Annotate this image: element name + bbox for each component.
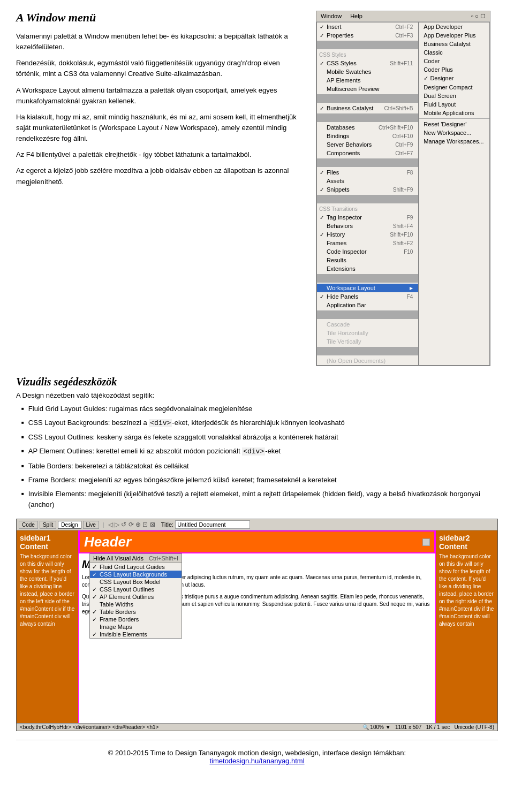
dw-dd-item-1[interactable]: ✓ Fluid Grid Layout Guides: [90, 563, 182, 571]
submenu-item-classic[interactable]: Classic: [419, 48, 489, 57]
dw-dd-item-9[interactable]: Image Maps: [90, 623, 182, 631]
menu-item-results[interactable]: Results: [317, 256, 418, 264]
menu-item-databases[interactable]: Databases Ctrl+Shift+F10: [317, 123, 418, 132]
dw-header-text: Header: [84, 534, 131, 550]
footer-link[interactable]: timetodesign.hu/tananyag.html: [209, 757, 304, 765]
menu-item-behaviors[interactable]: Behaviors Shift+F4: [317, 222, 418, 230]
menu-item-tile-vert[interactable]: Tile Vertically: [317, 337, 418, 346]
menu-item-hide-panels[interactable]: Hide Panels F4: [317, 292, 418, 301]
menu-item-properties[interactable]: Properties Ctrl+F3: [317, 31, 418, 40]
submenu-item-coder-plus[interactable]: Coder Plus: [419, 65, 489, 74]
menu-item-hide-panels-sc: F4: [407, 294, 413, 300]
submenu-item-dual-screen[interactable]: Dual Screen: [419, 92, 489, 100]
dw-dd-item-2-label: CSS Layout Backgrounds: [100, 571, 167, 578]
menu-item-server-sc: Ctrl+F9: [395, 142, 413, 148]
submenu-item-reset[interactable]: Reset 'Designer': [419, 120, 489, 128]
menu-item-insert[interactable]: Insert Ctrl+F2: [317, 22, 418, 31]
bullet-item-3: CSS Layout Outlines: keskeny sárga és fe…: [16, 432, 498, 443]
dw-center-area: Header Hide All Visual Aids Ctrl+Shift+I: [78, 530, 436, 723]
menu-help-label: Help: [347, 12, 365, 21]
menu-item-ap-elements[interactable]: AP Elements: [317, 76, 418, 85]
menu-item-app-bar-label: Application Bar: [327, 302, 366, 308]
menu-item-bindings-label: Bindings: [327, 133, 349, 139]
submenu-item-new-workspace[interactable]: New Workspace...: [419, 128, 489, 137]
submenu-item-app-developer[interactable]: App Developer: [419, 22, 489, 31]
menu-item-multiscreen[interactable]: Multiscreen Preview: [317, 85, 418, 93]
dw-dd-item-6[interactable]: Table Widths: [90, 601, 182, 608]
menu-item-mobile-swatches[interactable]: Mobile Swatches: [317, 67, 418, 76]
submenu-item-app-developer-plus[interactable]: App Developer Plus: [419, 31, 489, 40]
menu-item-extensions[interactable]: Extensions: [317, 264, 418, 273]
submenu-sep-1: [419, 118, 489, 119]
dw-dd-item-4[interactable]: ✓ CSS Layout Outlines: [90, 586, 182, 593]
menu-item-ap-elements-label: AP Elements: [327, 77, 360, 84]
menu-item-assets[interactable]: Assets: [317, 177, 418, 185]
code-div-2: <div>: [242, 447, 265, 456]
footer-copyright: © 2010-2015 Time to Design Tananyagok mo…: [108, 749, 406, 757]
bullet-text-7: Invisible Elements: megjeleníti (kijelöl…: [28, 489, 498, 510]
dw-statusbar: <body.thrColHybHdr> <div#container> <div…: [17, 723, 497, 731]
menu-item-history-sc: Shift+F10: [390, 232, 413, 238]
menu-item-history[interactable]: History Shift+F10: [317, 230, 418, 239]
menu-window-label: Window: [318, 12, 344, 21]
paragraph-4: Ha kialakult, hogy mi az, amit mindig ha…: [16, 112, 305, 144]
dw-title-input[interactable]: [175, 520, 250, 529]
dw-split-btn[interactable]: Split: [40, 521, 56, 529]
submenu-item-mobile-apps[interactable]: Mobile Applications: [419, 109, 489, 117]
submenu-item-coder[interactable]: Coder: [419, 57, 489, 65]
menu-item-no-open-docs-label: (No Open Documents): [327, 358, 386, 364]
menu-item-snippets[interactable]: Snippets Shift+F9: [317, 185, 418, 194]
menu-item-tag-sc: F9: [407, 215, 413, 221]
dw-dd-item-7[interactable]: ✓ Table Borders: [90, 608, 182, 616]
menu-sep-6: [317, 274, 418, 283]
paragraph-5: Az F4 billentyűvel a paletták elrejthető…: [16, 149, 305, 160]
submenu-item-designer[interactable]: ✓ Designer: [419, 74, 489, 83]
menu-sep-4: [317, 158, 418, 167]
dw-dd-item-8[interactable]: ✓ Frame Borders: [90, 616, 182, 623]
bullet-text-6: Frame Borders: megjeleníti az egyes böng…: [28, 475, 337, 485]
menu-sep-5: [317, 195, 418, 203]
menu-sep-3: [317, 113, 418, 122]
dw-sidebar1-title: sidebar1 Content: [20, 534, 75, 551]
menu-item-app-bar[interactable]: Application Bar: [317, 301, 418, 309]
dreamweaver-screenshot: Code Split Design Live | ◁ ▷ ↺ ⟳ ⊕ ⊡ ⊠ T…: [16, 519, 498, 731]
bullet-item-5: Table Borders: bekeretezi a táblázatokat…: [16, 461, 498, 472]
menu-item-tile-horiz[interactable]: Tile Horizontally: [317, 329, 418, 337]
menu-item-bindings-sc: Ctrl+F10: [392, 133, 413, 139]
dw-dd-item-2[interactable]: ✓ CSS Layout Backgrounds: [90, 571, 182, 578]
top-section: A Window menü Valamennyi palettát a Wind…: [16, 11, 498, 366]
menu-item-files[interactable]: Files F8: [317, 168, 418, 177]
dw-dd-item-3[interactable]: CSS Layout Box Model: [90, 578, 182, 586]
menu-item-workspace-layout[interactable]: Workspace Layout: [317, 284, 418, 292]
menu-item-behaviors-sc: Shift+F4: [393, 223, 413, 229]
dw-dd-item-10[interactable]: ✓ Invisible Elements: [90, 631, 182, 638]
menu-item-results-label: Results: [327, 257, 346, 263]
menu-item-tag-inspector[interactable]: Tag Inspector F9: [317, 213, 418, 222]
bullet-item-6: Frame Borders: megjeleníti az egyes böng…: [16, 475, 498, 485]
menu-item-bindings[interactable]: Bindings Ctrl+F10: [317, 132, 418, 140]
menu-item-components[interactable]: Components Ctrl+F7: [317, 149, 418, 157]
bullet-item-7: Invisible Elements: megjeleníti (kijelöl…: [16, 489, 498, 510]
menu-item-frames[interactable]: Frames Shift+F2: [317, 239, 418, 247]
menu-item-server-behaviors[interactable]: Server Behaviors Ctrl+F9: [317, 140, 418, 149]
menu-item-code-inspector[interactable]: Code Inspector F10: [317, 247, 418, 256]
menu-item-cascade[interactable]: Cascade: [317, 320, 418, 329]
dw-content-with-dropdown: Hide All Visual Aids Ctrl+Shift+I ✓ Flui…: [79, 553, 435, 723]
submenu-item-business-catalyst[interactable]: Business Catalyst: [419, 40, 489, 48]
dw-dd-item-5[interactable]: ✓ AP Element Outlines: [90, 593, 182, 601]
menu-item-tag-inspector-label: Tag Inspector: [327, 214, 362, 221]
dw-code-btn[interactable]: Code: [19, 521, 38, 529]
menu-item-insert-label: Insert: [327, 24, 342, 30]
menu-item-biz-catalyst[interactable]: Business Catalyst Ctrl+Shift+B: [317, 104, 418, 112]
menu-item-components-label: Components: [327, 150, 360, 156]
submenu-item-designer-compact[interactable]: Designer Compact: [419, 83, 489, 92]
menu-item-files-sc: F8: [407, 170, 413, 176]
submenu-item-fluid-layout[interactable]: Fluid Layout: [419, 100, 489, 109]
menu-item-css-styles[interactable]: CSS Styles Shift+F11: [317, 59, 418, 67]
menu-item-databases-sc: Ctrl+Shift+F10: [379, 125, 413, 131]
dw-design-btn[interactable]: Design: [58, 521, 81, 529]
submenu-item-manage[interactable]: Manage Workspaces...: [419, 137, 489, 146]
menu-item-frames-sc: Shift+F2: [393, 240, 413, 246]
dw-live-btn[interactable]: Live: [83, 521, 99, 529]
menu-item-code-inspector-label: Code Inspector: [327, 248, 367, 255]
